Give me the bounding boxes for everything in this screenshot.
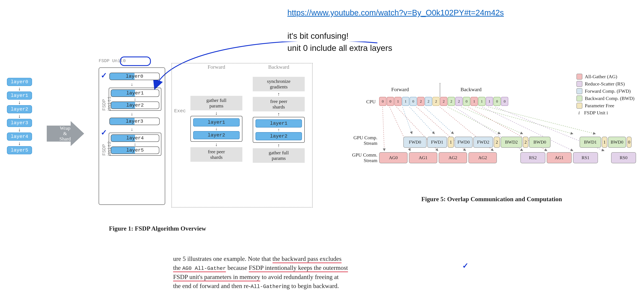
legend-fwd: Forward Comp. (FWD) bbox=[576, 88, 634, 94]
arrow-icon bbox=[7, 100, 32, 105]
layer-pill: layer2 bbox=[7, 105, 32, 113]
layer-pill: layer3 bbox=[7, 119, 32, 127]
layer-pill: layer5 bbox=[7, 146, 32, 154]
cpu-cell: 2 bbox=[440, 97, 447, 106]
arrow-icon bbox=[7, 127, 32, 132]
unit1-layer1: layer1 bbox=[111, 89, 159, 97]
comp-cell: 1 bbox=[448, 137, 454, 148]
cpu-cell: 2 bbox=[455, 97, 462, 106]
cpu-cell: 1 bbox=[486, 97, 493, 106]
bw-top-box: synchronize gradients bbox=[253, 77, 305, 91]
comp-cell: BWD0 bbox=[608, 137, 626, 148]
legend-rs: Reduce-Scatter (RS) bbox=[576, 81, 634, 87]
legend-bwd: Backward Comp. (BWD) bbox=[576, 95, 634, 101]
cpu-cell: 0 bbox=[379, 97, 386, 106]
cpu-cell: 0 bbox=[387, 97, 394, 106]
comp-cell: 0 bbox=[627, 137, 632, 148]
check-icon: ✓ bbox=[101, 128, 107, 137]
comp-stream-row: FWD0FWD11FWD0FWD22BWD22BWD0BWD11BWD00 bbox=[403, 137, 632, 147]
annotation-line1: it's bit confusing! bbox=[288, 31, 348, 41]
comp-cell: 2 bbox=[494, 137, 500, 148]
legend: All-Gather (AG) Reduce-Scatter (RS) Forw… bbox=[576, 74, 634, 117]
comp-cell: BWD2 bbox=[501, 137, 522, 148]
comp-cell: 2 bbox=[523, 137, 528, 148]
check-icon: ✓ bbox=[462, 261, 469, 270]
comp-cell: BWD0 bbox=[529, 137, 550, 148]
fw-top-box: gather full params bbox=[190, 96, 242, 110]
comm-cell: AG1 bbox=[547, 152, 572, 163]
wrap-shard-arrow: Wrap & Shard bbox=[47, 121, 84, 146]
figure1-caption: Figure 1: FSDP Algorithm Overview bbox=[62, 225, 253, 232]
comm-cell: AG2 bbox=[439, 152, 467, 163]
layer-pill: layer1 bbox=[7, 91, 32, 100]
cpu-cell: 1 bbox=[394, 97, 402, 106]
cpu-cell: 1 bbox=[470, 97, 478, 106]
comp-cell: FWD0 bbox=[403, 137, 426, 148]
fw-layer1: layer1 bbox=[193, 118, 240, 126]
comm-stream-row: AG0AG1AG2AG2RS2AG1RS1RS0 bbox=[379, 152, 636, 163]
cpu-cell: 1 bbox=[402, 97, 409, 106]
check-icon: ✓ bbox=[101, 71, 107, 80]
comp-cell: FWD2 bbox=[473, 137, 493, 148]
comm-cell: AG2 bbox=[468, 152, 497, 163]
unit0-layer0: layer0 bbox=[110, 73, 160, 80]
legend-ag: All-Gather (AG) bbox=[576, 74, 634, 80]
cpu-cell: 0 bbox=[410, 97, 417, 106]
arrow-icon bbox=[7, 141, 32, 146]
comm-cell: RS0 bbox=[611, 152, 636, 163]
layer-stack: layer0 layer1 layer2 layer3 layer4 layer… bbox=[7, 78, 32, 154]
unit1-layer2: layer2 bbox=[111, 102, 159, 109]
cpu-row-label: CPU bbox=[356, 99, 376, 104]
tl-fw-label: Forward bbox=[391, 86, 409, 92]
bw-bot-box: gather full params bbox=[253, 148, 305, 163]
fsdp-label: FSDP bbox=[99, 58, 112, 63]
cpu-cell: 2 bbox=[425, 97, 432, 106]
bw-layer2: layer2 bbox=[256, 132, 302, 140]
comm-row-label: GPU Comm. Stream bbox=[344, 152, 378, 163]
cpu-cell: 0 bbox=[463, 97, 470, 106]
comm-cell: AG1 bbox=[409, 152, 437, 163]
layer-pill: layer4 bbox=[7, 132, 32, 141]
backward-title: Backward bbox=[253, 64, 305, 70]
bw-unit-box: layer1 ↑ layer2 bbox=[253, 117, 305, 143]
bw-layer1: layer1 bbox=[256, 119, 302, 127]
unit2-label: FSDP Unit2 bbox=[102, 136, 112, 156]
unit1-label: FSDP Unit1 bbox=[102, 91, 112, 111]
comp-cell: FWD1 bbox=[427, 137, 447, 148]
legend-pf: Parameter Free bbox=[576, 103, 634, 109]
unit0-labels: FSDP FSDP Unit0Unit0 bbox=[99, 58, 126, 63]
arrow-icon bbox=[7, 86, 32, 91]
unit2-box: layer4 ↓ layer5 bbox=[109, 133, 161, 156]
comp-cell: FWD0 bbox=[454, 137, 472, 148]
tl-bw-label: Backward bbox=[460, 86, 482, 92]
bw-extra-box: free peer shards bbox=[253, 97, 305, 111]
comm-cell: AG0 bbox=[379, 152, 408, 163]
cpu-cell: 2 bbox=[432, 97, 440, 106]
comp-cell: 1 bbox=[602, 137, 607, 148]
comm-cell: RS1 bbox=[573, 152, 598, 163]
comp-cell: BWD1 bbox=[580, 137, 601, 148]
cpu-cell: 1 bbox=[478, 97, 486, 106]
body-paragraph: ure 5 illustrates one example. Note that… bbox=[173, 254, 457, 291]
fw-unit-box: layer1 ↓ layer2 bbox=[190, 116, 242, 142]
exec-label: Exec bbox=[174, 108, 186, 114]
unit2-layer4: layer4 bbox=[111, 134, 159, 142]
cpu-cell: 2 bbox=[417, 97, 424, 106]
fw-layer2: layer2 bbox=[193, 131, 240, 139]
forward-col: Forward gather full params ↓ layer1 ↓ la… bbox=[190, 64, 242, 162]
fw-bw-divider bbox=[440, 83, 440, 97]
unit0-layer3: layer3 bbox=[110, 118, 160, 125]
cpu-cell: 0 bbox=[501, 97, 508, 106]
unit1-box: layer1 ↓ layer2 bbox=[109, 88, 161, 111]
cpu-row: 00110222222011100 bbox=[379, 97, 508, 106]
legend-unit: iFSDP Unit i bbox=[576, 110, 634, 116]
cpu-cell: 0 bbox=[494, 97, 501, 106]
fw-bot-box: free peer shards bbox=[190, 147, 242, 162]
cpu-cell: 2 bbox=[448, 97, 455, 106]
comp-row-label: GPU Comp. Stream bbox=[344, 135, 378, 146]
youtube-link[interactable]: https://www.youtube.com/watch?v=By_O0k10… bbox=[288, 8, 504, 17]
unit0-box: layer0 ↓ FSDP Unit1 layer1 ↓ layer2 ↓ la… bbox=[99, 67, 165, 205]
forward-title: Forward bbox=[190, 64, 242, 70]
unit2-layer5: layer5 bbox=[111, 147, 159, 154]
arrow-icon bbox=[7, 113, 32, 119]
